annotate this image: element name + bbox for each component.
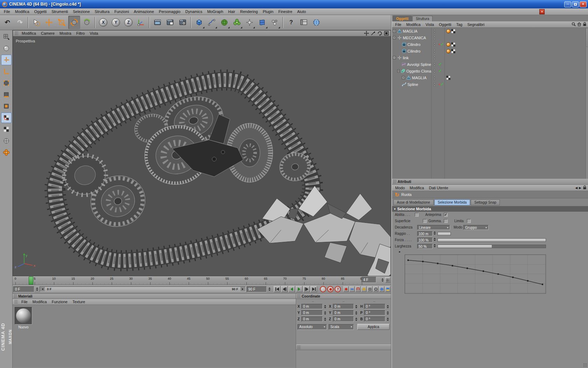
material-tag-icon[interactable] [446,29,450,33]
materials-menu-funzione[interactable]: Funzione [49,299,70,304]
toggle-view-icon[interactable] [384,31,389,36]
texture-tag-icon[interactable] [446,76,450,80]
panel-grip[interactable] [393,179,397,184]
move-icon[interactable] [43,16,55,29]
pan-view-icon[interactable] [364,31,369,36]
coord-col-header[interactable]: -- [359,300,390,304]
render-settings-icon[interactable] [177,16,189,29]
enable-state-icon[interactable]: ●✓ [439,82,446,87]
limita-checkbox[interactable] [467,219,471,223]
viewport-canvas[interactable]: z x y [13,36,391,276]
rot-b-stepper[interactable] [386,318,390,321]
coordinate-mode-dropdown[interactable]: Assoluto▾ [298,324,327,330]
menu-finestre[interactable]: Finestre [276,9,295,14]
texture-tag-icon[interactable] [451,42,455,47]
layout-icon[interactable] [298,16,310,29]
lock-icon[interactable] [583,185,587,190]
redo-icon[interactable]: ↷ [14,16,26,29]
scale-icon[interactable] [56,16,68,29]
visibility-dots[interactable] [434,29,435,33]
lock-z-icon[interactable]: Z [122,16,134,29]
forza-slider[interactable] [438,238,546,242]
object-name[interactable]: Cilindro [407,42,420,47]
materials-menu-texture[interactable]: Texture [70,299,88,304]
object-row[interactable]: +MECCANICA [392,34,588,41]
timeline-window-icon[interactable] [385,286,390,292]
object-name[interactable]: link [403,56,409,60]
add-deformer-icon[interactable] [256,16,268,29]
raggio-stepper[interactable] [433,231,436,235]
visibility-dots[interactable] [434,42,435,47]
object-axis-mode-icon[interactable] [1,55,12,65]
menu-aiuto[interactable]: Aiuto [295,9,308,14]
scale-mode-dropdown[interactable]: Scala▾ [329,324,354,330]
playhead[interactable] [29,277,33,285]
curve-point[interactable] [467,267,468,269]
curve-point[interactable] [422,261,424,262]
material-tag-icon[interactable] [446,49,450,53]
object-manager-menu-tag[interactable]: Tag [454,22,465,27]
viewport-menu-filtro[interactable]: Filtro [74,31,87,36]
lock-x-icon[interactable]: X [97,16,109,29]
range-end-field[interactable]: 90 F [247,286,267,292]
larghezza-field[interactable]: 50 % [417,244,433,249]
visibility-dots[interactable] [434,62,435,67]
record-objects-icon[interactable] [343,286,349,292]
range-left-arrow-icon[interactable] [40,287,45,292]
menu-mograph[interactable]: MoGraph [205,9,226,14]
visibility-dots[interactable] [434,56,435,60]
object-name[interactable]: Oggetto Clona [406,69,431,73]
object-tree-scrollbar[interactable] [586,28,588,179]
object-name[interactable]: Avvolgi Spline [407,62,431,67]
object-manager-menu-modifica[interactable]: Modifica [404,22,423,27]
attributes-menu-modo[interactable]: Modo [393,185,407,190]
viewport-menu-vista[interactable]: Vista [87,31,100,36]
goto-end-button[interactable] [310,286,317,292]
help-icon[interactable]: ? [285,16,297,29]
current-frame-field[interactable]: 4 F [362,277,376,283]
coord-col-header[interactable]: -- [298,300,328,304]
curve-expander[interactable]: ▸ [392,250,588,254]
range-end-stepper[interactable] [268,287,271,291]
menu-personaggio[interactable]: Personaggio [156,9,183,14]
menu-funzioni[interactable]: Funzioni [112,9,132,14]
range-start-field[interactable]: 0 F [13,286,34,292]
enable-state-icon[interactable]: ✓ [439,69,446,73]
rot-p-field[interactable]: 0 ° [364,310,385,315]
add-spline-icon[interactable] [206,16,218,29]
object-row[interactable]: +Oggetto Clona✓ [392,68,588,74]
larghezza-stepper[interactable] [433,244,436,247]
expand-toggle-icon[interactable]: + [393,36,396,39]
panel-grip[interactable] [297,345,301,349]
keyframe-dot-button[interactable] [327,286,334,292]
record-position-icon[interactable] [361,286,366,292]
tab-asse-di-modellazione[interactable]: Asse di Modellazione [393,199,434,205]
raggio-field[interactable]: 100 m [417,231,433,236]
object-name[interactable]: MAGLIA [412,76,427,80]
timeline-options-icon[interactable] [385,277,390,283]
previous-frame-step-button[interactable] [281,286,288,292]
menu-strumenti[interactable]: Strumenti [49,9,70,14]
tab-settaggi-snap[interactable]: Settaggi Snap [471,199,500,205]
history-back-icon[interactable]: ◀ [575,186,578,190]
undo-icon[interactable]: ↶ [1,16,13,29]
add-primitive-icon[interactable] [193,16,205,29]
visibility-dots[interactable] [434,36,435,40]
recent-tool-icon[interactable] [81,16,93,29]
make-editable-icon[interactable] [1,32,12,42]
range-right-arrow-icon[interactable] [240,287,245,292]
pos-x-field[interactable]: 0 m [301,304,323,309]
object-row[interactable]: Spline●✓ [392,81,588,88]
object-row[interactable]: Avvolgi Spline✓ [392,61,588,68]
larghezza-slider[interactable] [438,245,546,248]
polygons-mode-icon[interactable] [1,101,12,111]
enable-state-icon[interactable]: ✓ [439,62,446,67]
object-row[interactable]: Cilindro [392,48,588,54]
panel-grip[interactable] [14,294,17,298]
attributes-menu-modifica[interactable]: Modifica [407,185,427,190]
panel-grip[interactable] [297,294,301,298]
rotate-view-icon[interactable] [377,31,383,36]
texture-axis-mode-icon[interactable] [1,113,12,123]
coord-col-header[interactable]: -- [328,300,359,304]
browser-icon[interactable] [310,16,322,29]
